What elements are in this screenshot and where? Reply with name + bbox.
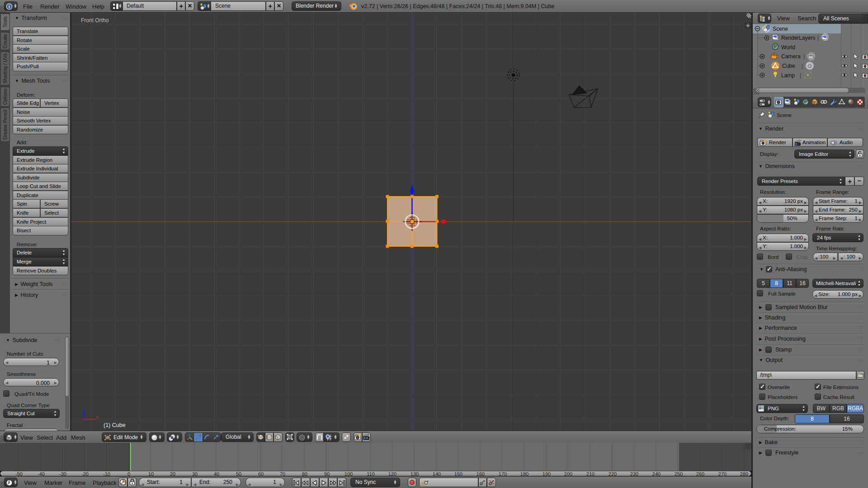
svg-text:Front Ortho: Front Ortho: [81, 17, 109, 23]
svg-text:|: |: [802, 63, 803, 69]
svg-text:i: i: [9, 4, 10, 9]
svg-text:Camera: Camera: [781, 53, 801, 60]
svg-text:World: World: [781, 44, 795, 51]
svg-text:|: |: [817, 35, 819, 41]
svg-text:|: |: [800, 72, 801, 79]
svg-text:(1) Cube: (1) Cube: [104, 422, 126, 428]
svg-text:x: x: [96, 414, 99, 420]
svg-text:Scene: Scene: [773, 26, 788, 32]
svg-text:Cube: Cube: [782, 63, 795, 69]
svg-text:|: |: [803, 53, 805, 60]
svg-text:Lamp: Lamp: [781, 72, 795, 79]
svg-text:RenderLayers: RenderLayers: [781, 35, 815, 41]
